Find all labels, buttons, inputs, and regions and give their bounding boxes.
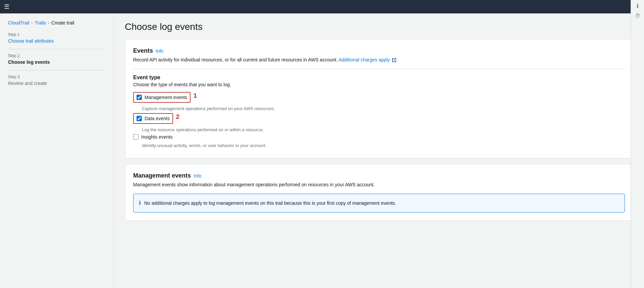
breadcrumb-separator-2: ›	[48, 20, 49, 25]
breadcrumb-current: Create trail	[51, 20, 74, 26]
management-events-card-description: Management events show information about…	[133, 181, 625, 188]
events-card-description: Record API activity for individual resou…	[133, 56, 625, 63]
management-events-checkbox[interactable]	[137, 95, 142, 100]
step-2-divider	[8, 70, 106, 70]
management-events-card-title: Management events	[133, 172, 191, 179]
events-card-title: Events	[133, 47, 153, 54]
breadcrumb-trails[interactable]: Trails	[35, 20, 46, 26]
event-type-divider	[133, 69, 625, 69]
event-type-section-title: Event type	[133, 75, 625, 81]
event-type-section-desc: Choose the type of events that you want …	[133, 82, 625, 87]
main-layout: CloudTrail › Trails › Create trail Step …	[0, 13, 644, 288]
step-1-divider	[8, 49, 106, 49]
additional-charges-link[interactable]: Additional charges apply	[339, 57, 396, 62]
info-box-icon: ℹ	[139, 200, 141, 206]
insights-events-checkbox[interactable]	[133, 134, 139, 140]
step-2-label: Step 2	[8, 53, 106, 58]
management-events-info-box: ℹ No additional charges apply to log man…	[133, 194, 625, 212]
hamburger-menu-icon[interactable]: ☰	[4, 3, 9, 10]
data-events-item: Data events 2	[133, 113, 625, 124]
management-events-annotation: 1	[193, 92, 197, 100]
step-2: Step 2 Choose log events	[8, 53, 106, 65]
step-2-name: Choose log events	[8, 59, 50, 65]
events-info-link[interactable]: Info	[156, 48, 163, 54]
insights-events-desc: Identify unusual activity, errors, or us…	[142, 143, 625, 148]
step-1-name[interactable]: Choose trail attributes	[8, 38, 54, 44]
events-card: Events Info Record API activity for indi…	[125, 39, 633, 158]
content-area: Choose log events Events Info Record API…	[114, 13, 644, 288]
external-link-icon	[392, 58, 396, 62]
data-events-annotation: 2	[176, 113, 180, 121]
breadcrumb-separator-1: ›	[31, 20, 33, 25]
step-3: Step 3 Review and create	[8, 75, 106, 86]
data-events-checkbox[interactable]	[137, 116, 142, 121]
insights-events-label: Insights events	[141, 134, 172, 140]
events-card-header: Events Info	[133, 47, 625, 54]
right-side-panel: ℹ ⏱	[631, 13, 644, 288]
sidebar: CloudTrail › Trails › Create trail Step …	[0, 13, 114, 288]
right-clock-icon[interactable]: ⏱	[635, 13, 640, 19]
step-1: Step 1 Choose trail attributes	[8, 32, 106, 44]
insights-events-item: Insights events	[133, 134, 625, 140]
breadcrumb-cloudtrail[interactable]: CloudTrail	[8, 20, 29, 26]
management-events-item: Management events 1	[133, 92, 625, 103]
info-box-text: No additional charges apply to log manag…	[144, 199, 396, 207]
management-events-label: Management events	[145, 95, 187, 100]
step-1-label: Step 1	[8, 32, 106, 37]
breadcrumb: CloudTrail › Trails › Create trail	[8, 20, 106, 26]
management-events-desc: Capture management operations performed …	[142, 106, 625, 111]
management-events-card: Management events Info Management events…	[125, 164, 633, 221]
management-events-card-header: Management events Info	[133, 172, 625, 179]
top-navigation-bar: ☰	[0, 0, 644, 13]
step-3-name: Review and create	[8, 81, 47, 86]
data-events-desc: Log the resource operations performed on…	[142, 127, 625, 132]
page-title: Choose log events	[125, 21, 633, 32]
management-events-checkbox-wrapper[interactable]: Management events	[133, 92, 191, 103]
step-3-label: Step 3	[8, 75, 106, 79]
data-events-checkbox-wrapper[interactable]: Data events	[133, 113, 173, 124]
insights-events-checkbox-wrapper[interactable]: Insights events	[133, 134, 172, 140]
data-events-label: Data events	[145, 116, 170, 121]
management-events-info-link[interactable]: Info	[194, 173, 201, 179]
